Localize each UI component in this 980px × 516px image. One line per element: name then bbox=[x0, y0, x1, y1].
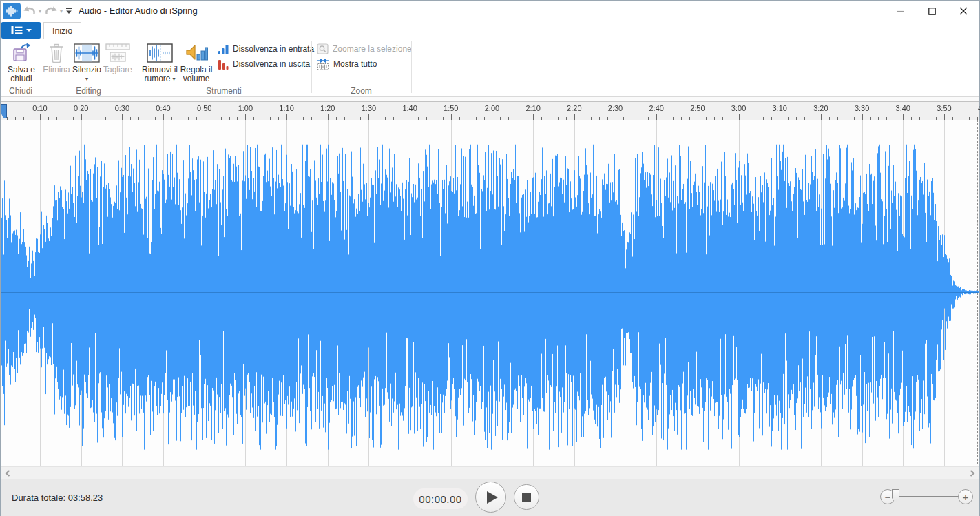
app-icon bbox=[3, 3, 21, 19]
fade-in-button[interactable]: Dissolvenza in entrata bbox=[218, 42, 314, 56]
ribbon-bottom-strip bbox=[1, 97, 979, 102]
current-time-display: 00:00.00 bbox=[413, 488, 468, 509]
main-menu-button[interactable] bbox=[1, 22, 41, 39]
maximize-button[interactable] bbox=[916, 1, 948, 21]
quick-access-toolbar: ▾ ▾ bbox=[3, 3, 73, 19]
timeline-ruler[interactable] bbox=[1, 102, 979, 120]
zoom-in-button[interactable]: + bbox=[958, 489, 973, 504]
tab-inizio[interactable]: Inizio bbox=[43, 22, 81, 39]
play-icon bbox=[486, 491, 499, 504]
scroll-left-button[interactable] bbox=[3, 468, 12, 478]
ribbon-tab-row: Inizio bbox=[1, 21, 979, 39]
fade-out-icon bbox=[218, 59, 229, 70]
fade-out-button[interactable]: Dissolvenza in uscita bbox=[218, 57, 310, 71]
silence-button[interactable]: Silenzio ▾ bbox=[72, 41, 102, 86]
maximize-icon bbox=[928, 8, 936, 15]
remove-noise-button[interactable]: Rimuovi il rumore▾ bbox=[140, 41, 180, 86]
silence-icon bbox=[74, 41, 100, 65]
noise-removal-icon bbox=[147, 41, 173, 65]
redo-button bbox=[43, 6, 59, 17]
undo-dropdown-caret: ▾ bbox=[39, 8, 41, 14]
menu-caret-icon bbox=[26, 29, 32, 32]
window-controls bbox=[884, 1, 979, 21]
silence-dropdown-caret: ▾ bbox=[72, 74, 101, 83]
waveform-area[interactable] bbox=[1, 120, 979, 466]
stop-button[interactable] bbox=[514, 484, 539, 510]
zoom-selection-button: Zoomare la selezione bbox=[317, 42, 412, 56]
ruler-ticks bbox=[1, 102, 980, 120]
scroll-left-icon bbox=[5, 470, 10, 477]
group-label-chiudi: Chiudi bbox=[1, 86, 41, 96]
cut-icon bbox=[105, 41, 131, 65]
menu-list-icon bbox=[11, 26, 23, 34]
adjust-volume-button[interactable]: Regola ilvolume bbox=[180, 41, 213, 86]
trim-button: Tagliare bbox=[103, 41, 133, 86]
redo-icon bbox=[44, 6, 58, 17]
volume-icon bbox=[185, 41, 208, 65]
group-label-strumenti: Strumenti bbox=[136, 86, 311, 96]
zoom-slider-track[interactable] bbox=[894, 496, 959, 497]
show-all-icon bbox=[317, 59, 329, 70]
minimize-button[interactable] bbox=[884, 1, 916, 21]
close-icon bbox=[959, 7, 968, 15]
fade-in-icon bbox=[218, 44, 229, 54]
save-close-icon bbox=[10, 41, 32, 65]
play-button[interactable] bbox=[475, 482, 506, 513]
horizontal-scrollbar[interactable] bbox=[1, 466, 979, 479]
window-title: Audio - Editor Audio di iSpring bbox=[79, 6, 198, 16]
undo-button bbox=[22, 6, 37, 17]
close-button[interactable] bbox=[948, 1, 979, 21]
zoom-selection-icon bbox=[317, 43, 329, 54]
audio-end-marker bbox=[977, 120, 978, 475]
group-label-zoom: Zoom bbox=[311, 86, 411, 96]
show-all-button[interactable]: Mostra tutto bbox=[317, 57, 377, 71]
customize-qat-button[interactable] bbox=[65, 7, 73, 15]
redo-dropdown-caret: ▾ bbox=[60, 8, 63, 14]
ribbon: Salva echiudi Elimina bbox=[1, 39, 979, 97]
stop-icon bbox=[522, 493, 531, 502]
noise-dropdown-caret: ▾ bbox=[172, 74, 175, 83]
trash-icon bbox=[48, 41, 65, 65]
waveform-canvas[interactable] bbox=[1, 120, 980, 466]
qat-customize-icon bbox=[65, 7, 72, 15]
app-window: ▾ ▾ Audio - Editor Audio di iSpring bbox=[0, 0, 980, 516]
delete-button: Elimina bbox=[43, 41, 70, 86]
status-bar: Durata totale: 03:58.23 00:00.00 − + bbox=[1, 479, 979, 516]
scroll-right-button[interactable] bbox=[968, 468, 977, 478]
title-bar: ▾ ▾ Audio - Editor Audio di iSpring bbox=[1, 1, 979, 21]
total-duration-label: Durata totale: 03:58.23 bbox=[12, 493, 103, 503]
group-label-editing: Editing bbox=[41, 86, 136, 96]
save-close-button[interactable]: Salva echiudi bbox=[4, 41, 39, 86]
scroll-right-icon bbox=[970, 470, 975, 477]
minimize-icon bbox=[897, 8, 904, 15]
undo-icon bbox=[23, 6, 37, 17]
